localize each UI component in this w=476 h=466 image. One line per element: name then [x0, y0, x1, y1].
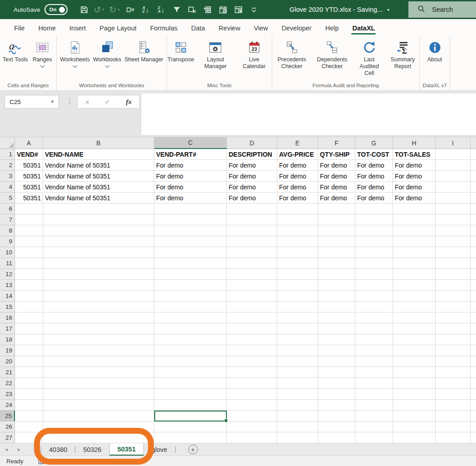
grid-cell[interactable]: [154, 421, 227, 432]
grid-cell[interactable]: [15, 345, 43, 356]
grid-cell[interactable]: [436, 182, 471, 193]
ribbon-tab-help[interactable]: Help: [319, 20, 346, 36]
column-header-g[interactable]: G: [355, 137, 393, 149]
row-header-16[interactable]: 16: [0, 312, 15, 323]
clear-cell-icon[interactable]: [123, 2, 138, 17]
live-calendar-button[interactable]: 23Live Calendar: [236, 39, 272, 70]
grid-cell[interactable]: [318, 258, 355, 269]
autosave-toggle[interactable]: AutoSave On: [14, 4, 68, 15]
grid-cell[interactable]: [393, 432, 436, 443]
calendar-tool-icon[interactable]: [216, 2, 231, 17]
grid-cell[interactable]: [471, 421, 476, 432]
name-box[interactable]: C25 ▼: [5, 95, 59, 109]
grid-cell[interactable]: [15, 258, 43, 269]
grid-cell[interactable]: [355, 367, 393, 378]
grid-cell[interactable]: [227, 356, 277, 367]
column-header-f[interactable]: F: [318, 137, 355, 149]
grid-cell[interactable]: [15, 203, 43, 214]
workbooks-button[interactable]: Workbooks: [92, 39, 123, 68]
grid-cell[interactable]: [15, 334, 43, 345]
grid-cell[interactable]: [15, 323, 43, 334]
grid-cell[interactable]: For demo: [393, 193, 436, 203]
grid-cell[interactable]: [355, 291, 393, 302]
grid-cell[interactable]: [43, 302, 154, 312]
grid-cell[interactable]: [277, 214, 318, 225]
grid-cell[interactable]: [154, 280, 227, 291]
ribbon-tab-page-layout[interactable]: Page Layout: [93, 20, 143, 36]
grid-cell[interactable]: [355, 323, 393, 334]
grid-cell[interactable]: [436, 411, 471, 421]
grid-cell[interactable]: [436, 302, 471, 312]
grid-cell[interactable]: [154, 258, 227, 269]
grid-cell[interactable]: [355, 225, 393, 236]
grid-cell[interactable]: [43, 389, 154, 400]
grid-cell[interactable]: [15, 432, 43, 443]
grid-cell[interactable]: [393, 269, 436, 280]
row-header-13[interactable]: 13: [0, 280, 15, 291]
grid-cell[interactable]: [154, 312, 227, 323]
grid-cell[interactable]: For demo: [318, 182, 355, 193]
grid-cell[interactable]: [471, 225, 476, 236]
grid-cell[interactable]: [277, 203, 318, 214]
grid-cell[interactable]: [471, 302, 476, 312]
filter-icon[interactable]: [169, 2, 184, 17]
grid-cell[interactable]: [277, 411, 318, 421]
grid-cell[interactable]: DESCRIPTION: [227, 149, 277, 160]
column-header-i[interactable]: I: [436, 137, 471, 149]
grid-cell[interactable]: [43, 378, 154, 389]
row-header-9[interactable]: 9: [0, 236, 15, 247]
grid-cell[interactable]: [393, 236, 436, 247]
grid-cell[interactable]: [471, 247, 476, 258]
row-header-1[interactable]: 1: [0, 149, 15, 160]
grid-cell[interactable]: For demo: [355, 193, 393, 203]
worksheets-button[interactable]: Worksheets: [59, 39, 91, 68]
grid-cell[interactable]: [436, 356, 471, 367]
row-header-21[interactable]: 21: [0, 367, 15, 378]
grid-cell[interactable]: [15, 302, 43, 312]
column-header-partial[interactable]: [471, 137, 476, 149]
grid-cell[interactable]: [355, 236, 393, 247]
grid-cell[interactable]: [43, 345, 154, 356]
row-header-26[interactable]: 26: [0, 421, 15, 432]
grid-cell[interactable]: TOT-SALES: [393, 149, 436, 160]
grid-cell[interactable]: [154, 269, 227, 280]
grid-cell[interactable]: [355, 247, 393, 258]
grid-cell[interactable]: [436, 312, 471, 323]
search-box[interactable]: Search: [408, 1, 476, 18]
grid-cell[interactable]: [43, 334, 154, 345]
grid-cell[interactable]: [277, 345, 318, 356]
dependents-checker-button[interactable]: Dependents Checker: [312, 39, 352, 70]
summary-report-button[interactable]: ΣSummary Report: [386, 39, 419, 70]
grid-cell[interactable]: [471, 345, 476, 356]
grid-cell[interactable]: [43, 247, 154, 258]
row-header-7[interactable]: 7: [0, 214, 15, 225]
grid-cell[interactable]: 50351: [15, 193, 43, 203]
grid-cell[interactable]: [318, 203, 355, 214]
grid-cell[interactable]: For demo: [393, 182, 436, 193]
row-header-27[interactable]: 27: [0, 432, 15, 443]
grid-cell[interactable]: [355, 400, 393, 411]
grid-cell[interactable]: [318, 280, 355, 291]
grid-cell[interactable]: [154, 389, 227, 400]
grid-cell[interactable]: [15, 236, 43, 247]
grid-cell[interactable]: [355, 214, 393, 225]
grid-cell[interactable]: [15, 225, 43, 236]
grid-cell[interactable]: [318, 312, 355, 323]
grid-cell[interactable]: Vendor Name of 50351: [43, 182, 154, 193]
grid-cell[interactable]: [277, 323, 318, 334]
grid-cell[interactable]: [15, 214, 43, 225]
grid-cell[interactable]: [471, 323, 476, 334]
grid-cell[interactable]: [436, 203, 471, 214]
grid-cell[interactable]: [154, 356, 227, 367]
grid-cell[interactable]: Vendor Name of 50351: [43, 193, 154, 203]
grid-cell[interactable]: [471, 411, 476, 421]
row-header-3[interactable]: 3: [0, 171, 15, 182]
grid-cell[interactable]: [227, 247, 277, 258]
ribbon-tab-developer[interactable]: Developer: [275, 20, 319, 36]
sheet-tab-40380[interactable]: 40380: [41, 443, 75, 456]
grid-cell[interactable]: TOT-COST: [355, 149, 393, 160]
grid-cell[interactable]: [355, 280, 393, 291]
grid-cell[interactable]: [436, 400, 471, 411]
sheet-tab-50326[interactable]: 50326: [75, 443, 109, 456]
last-audited-cell-button[interactable]: Last Audited Cell: [353, 39, 386, 77]
